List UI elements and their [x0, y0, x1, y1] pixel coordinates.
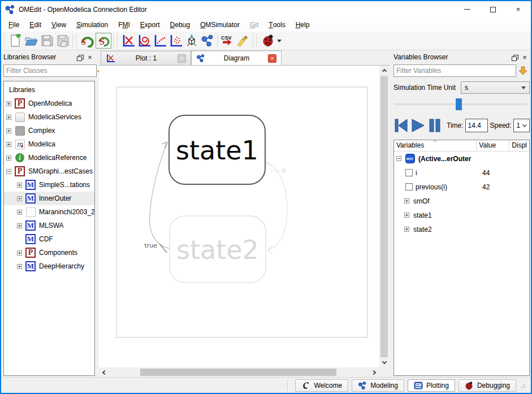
horizontal-scrollbar[interactable]: [99, 367, 379, 377]
menu-simulation[interactable]: Simulation: [71, 18, 113, 32]
menu-git[interactable]: Git: [245, 18, 263, 32]
expand-icon[interactable]: [17, 250, 22, 256]
diagram-window-icon[interactable]: [200, 33, 215, 49]
perspective-plotting-button[interactable]: Plotting: [408, 379, 455, 392]
scroll-right-icon[interactable]: [370, 367, 379, 377]
expand-icon[interactable]: [6, 101, 11, 106]
new-modelica-class-icon[interactable]: [7, 33, 23, 49]
open-model-icon[interactable]: [23, 33, 39, 49]
filter-variables-input[interactable]: [393, 64, 516, 77]
play-button[interactable]: [410, 117, 425, 134]
library-item-openmodelica[interactable]: POpenModelica: [4, 97, 94, 110]
rewind-button[interactable]: [393, 117, 408, 134]
library-item-modelicareference[interactable]: iModelicaReference: [4, 151, 94, 164]
filter-classes-input[interactable]: [3, 64, 97, 77]
column-variables[interactable]: Variables: [394, 140, 477, 151]
minimize-button[interactable]: [455, 1, 480, 18]
variables-row-state2[interactable]: state2: [394, 222, 529, 236]
expand-icon[interactable]: [17, 183, 22, 188]
library-item-simplestations[interactable]: MSimpleS...tations: [4, 178, 94, 192]
close-panel-button[interactable]: ×: [85, 53, 95, 62]
plot-checkbox[interactable]: [405, 169, 413, 176]
new-plot-window-icon[interactable]: [120, 33, 136, 49]
time-unit-select[interactable]: s: [461, 81, 530, 94]
maximize-button[interactable]: [480, 1, 505, 18]
variables-row-result[interactable]: MAT(Active...erOuter: [394, 151, 529, 166]
library-item-mlswa[interactable]: MMLSWA: [4, 219, 94, 232]
tab-close-icon[interactable]: ×: [268, 54, 276, 63]
perspective-debugging-button[interactable]: Debugging: [459, 379, 516, 392]
menu-fmi[interactable]: FMI: [113, 18, 135, 32]
column-display-unit[interactable]: Displ: [509, 140, 529, 151]
pause-button[interactable]: [427, 117, 442, 134]
expand-icon[interactable]: [17, 223, 22, 228]
speed-select[interactable]: 1: [513, 119, 530, 132]
library-item-components[interactable]: PComponents: [4, 246, 94, 259]
save-icon[interactable]: [39, 33, 55, 49]
expand-icon[interactable]: [6, 128, 11, 133]
menu-omsimulator[interactable]: OMSimulator: [195, 18, 245, 32]
menu-view[interactable]: View: [46, 18, 71, 32]
clear-plot-icon[interactable]: [235, 33, 251, 49]
filter-expand-button[interactable]: [516, 64, 530, 77]
scrollbar-thumb[interactable]: [380, 76, 388, 357]
vertical-scrollbar[interactable]: [379, 66, 389, 367]
perspective-modeling-button[interactable]: Modeling: [352, 379, 404, 392]
expand-icon[interactable]: [6, 142, 11, 147]
new-array-parametric-plot-window-icon[interactable]: [168, 33, 184, 49]
close-panel-button[interactable]: ×: [520, 53, 530, 62]
debug-dropdown-icon[interactable]: [277, 40, 282, 42]
slider-handle[interactable]: [456, 98, 462, 110]
library-item-cdf[interactable]: MCDF: [4, 232, 94, 246]
re-simulate-icon[interactable]: S: [80, 33, 96, 49]
plot-checkbox[interactable]: [405, 183, 413, 190]
transition-i-gt-8[interactable]: [265, 162, 287, 250]
tree-root[interactable]: Libraries: [4, 83, 94, 97]
scroll-left-icon[interactable]: [99, 367, 109, 377]
menu-tools[interactable]: Tools: [263, 18, 290, 32]
expand-icon[interactable]: [17, 196, 22, 201]
menu-file[interactable]: File: [3, 18, 24, 32]
library-item-smgraphicstestcases[interactable]: PSMGraphi...estCases: [4, 164, 94, 178]
variables-row-state1[interactable]: state1: [394, 208, 529, 222]
new-parametric-plot-window-icon[interactable]: [136, 33, 152, 49]
tab-diagram[interactable]: Diagram ×: [191, 50, 282, 65]
new-animation-window-icon[interactable]: [184, 33, 200, 49]
float-panel-button[interactable]: [509, 53, 520, 62]
time-input[interactable]: [465, 119, 488, 132]
tab-close-icon[interactable]: ×: [178, 54, 186, 63]
library-item-maraninchi2003-2[interactable]: Maraninchi2003_2: [4, 205, 94, 219]
new-array-plot-window-icon[interactable]: [152, 33, 168, 49]
float-panel-button[interactable]: [75, 53, 85, 62]
variables-row-smof[interactable]: smOf: [394, 194, 529, 208]
library-item-modelicaservices[interactable]: ModelicaServices: [4, 110, 94, 124]
variables-row-previous-i[interactable]: previous(i) 42: [394, 180, 529, 194]
save-as-icon[interactable]: [55, 33, 71, 49]
collapse-icon[interactable]: [396, 156, 401, 161]
resize-grip[interactable]: [521, 383, 526, 388]
variables-row-i[interactable]: i 44: [394, 166, 529, 180]
expand-icon[interactable]: [17, 210, 22, 215]
expand-icon[interactable]: [6, 115, 11, 120]
library-item-complex[interactable]: Complex: [4, 124, 94, 137]
menu-help[interactable]: Help: [291, 18, 315, 32]
library-item-deephierarchy[interactable]: MDeepHierarchy: [4, 259, 94, 273]
expand-icon[interactable]: [404, 198, 409, 204]
export-csv-icon[interactable]: CSV: [219, 33, 235, 49]
re-simulate-setup-icon[interactable]: S: [96, 33, 111, 49]
library-item-modelica[interactable]: mModelica: [4, 137, 94, 151]
expand-icon[interactable]: [404, 213, 409, 218]
tab-plot-1[interactable]: Plot : 1 ×: [101, 51, 191, 65]
diagram-canvas[interactable]: i > 8 true state2 state1: [99, 65, 389, 377]
library-item-innerouter[interactable]: MInnerOuter: [4, 192, 94, 205]
menu-edit[interactable]: Edit: [24, 18, 46, 32]
expand-icon[interactable]: [6, 155, 11, 161]
expand-icon[interactable]: [17, 264, 22, 269]
debug-icon[interactable]: [260, 33, 283, 49]
menu-export[interactable]: Export: [135, 18, 165, 32]
perspective-welcome-button[interactable]: Welcome: [295, 379, 348, 392]
column-value[interactable]: Value: [477, 140, 509, 151]
collapse-icon[interactable]: [6, 169, 11, 174]
scrollbar-thumb[interactable]: [140, 369, 336, 376]
menu-debug[interactable]: Debug: [165, 18, 195, 32]
